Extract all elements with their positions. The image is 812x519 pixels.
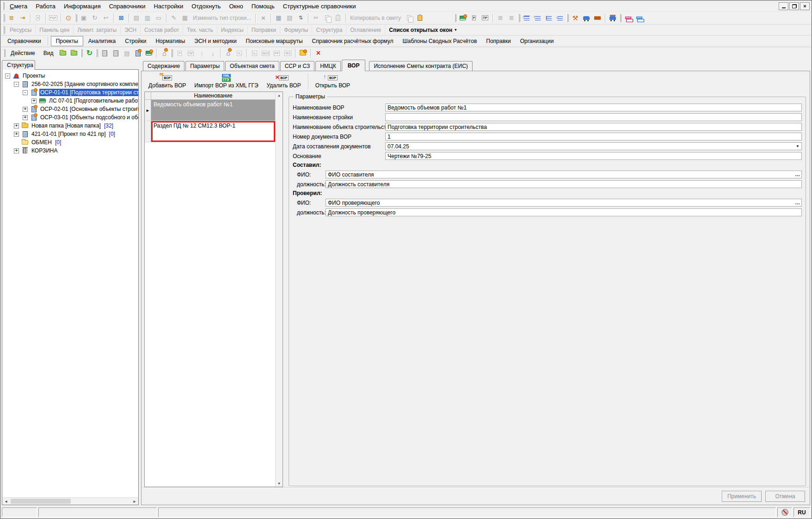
tree-horizontal-scrollbar[interactable]: ◂ ▸ (2, 497, 138, 505)
paste-to-estimate-button[interactable] (414, 12, 425, 24)
copy-button[interactable] (321, 12, 332, 24)
resources-button[interactable]: ⚒ (570, 12, 581, 24)
toolbar-grip-3[interactable] (454, 14, 455, 22)
date-input[interactable] (386, 143, 794, 150)
tab-ispolnenie-smety[interactable]: Исполнение Сметы контракта (ЕИС) (369, 61, 472, 71)
menu-strukturnye-spravochniki[interactable]: Структурные справочники (279, 2, 360, 11)
tree-item-osr-02-01[interactable]: + ОСР-02-01 [Основные объекты строитель (4, 105, 138, 113)
tab-proekty[interactable]: Проекты (51, 36, 83, 46)
tab-esn-i-metodiki[interactable]: ЭСН и методики (190, 37, 240, 46)
tree-item-proekty[interactable]: - Проекты (4, 72, 138, 80)
expander-icon[interactable]: - (14, 82, 19, 87)
construction-name-input[interactable] (386, 114, 801, 121)
book-settings-button[interactable] (457, 12, 468, 24)
calculator-button[interactable]: ▦ (273, 12, 284, 24)
date-dropdown-icon[interactable]: ▼ (794, 143, 801, 150)
panel-resursy[interactable]: Ресурсы (6, 26, 36, 34)
tab-organizacii[interactable]: Организации (516, 37, 558, 46)
sort-button[interactable]: ⇅ (295, 12, 306, 24)
objects-button[interactable] (110, 48, 121, 59)
cancel-button[interactable]: Отмена (765, 491, 805, 502)
vor-list-row-1[interactable]: ► Ведомость объемов работ №1 (145, 100, 275, 121)
tab-parametry[interactable]: Параметры (185, 61, 224, 71)
toolbar-grip-2[interactable] (75, 14, 76, 22)
panel-oglavlenie[interactable]: Оглавление (346, 26, 385, 34)
object-button[interactable] (99, 48, 110, 59)
tree-item-osr-03-01[interactable]: + ОСР-03-01 [Объекты подсобного и обслуж (4, 113, 138, 122)
pdf-export-button[interactable]: PDF (48, 12, 59, 24)
delete-button[interactable]: × (313, 48, 324, 59)
tab-soderzhanie[interactable]: Содержание (143, 61, 185, 71)
panelbar-grip[interactable] (3, 26, 4, 34)
excel-export-button[interactable]: X (32, 12, 43, 24)
checker-fio-input[interactable] (326, 199, 794, 206)
doc-p-button-2[interactable]: Р (174, 48, 185, 59)
panel-limit-zatraty[interactable]: Лимит. затраты (74, 26, 121, 34)
toolbar-grip[interactable] (3, 14, 4, 22)
checker-role-input[interactable] (326, 209, 801, 216)
actionbar-grip-4[interactable] (171, 49, 172, 57)
language-indicator[interactable]: RU (794, 507, 810, 517)
delete-row-button[interactable]: × (258, 12, 269, 24)
scroll-left-icon[interactable]: ◂ (2, 499, 10, 504)
server-settings-alt-button[interactable]: ▥ (142, 12, 153, 24)
insert-doc-button[interactable]: ▤ (284, 12, 295, 24)
delete-vor-button[interactable]: ×ВОР Удалить ВОР (263, 72, 305, 91)
tree-item-novaya-papka[interactable]: + Новая папка [Новая папка] [32] (4, 122, 138, 130)
doc-number-input[interactable] (386, 133, 801, 140)
move-down-button[interactable]: ↓ (207, 48, 218, 59)
panel-panel-cen[interactable]: Панель цен (36, 26, 74, 34)
machines-button[interactable] (581, 12, 592, 24)
expander-icon[interactable]: + (23, 107, 28, 112)
copy-doc-button[interactable] (403, 12, 414, 24)
menu-vid[interactable]: Вид (39, 49, 58, 58)
books-pink-button[interactable] (622, 12, 634, 24)
toolbar-grip-6[interactable] (619, 14, 621, 22)
list-vertical-scrollbar[interactable]: ▴ ▾ (275, 92, 283, 487)
panel-popravki[interactable]: Поправки (248, 26, 280, 34)
tab-spravochnik-formul[interactable]: Справочник расчётных формул (308, 37, 398, 46)
unlock-button[interactable]: ⊠ (116, 12, 127, 24)
tree-item-obmen[interactable]: ОБМЕН [0] (4, 138, 138, 147)
percent-doc-button[interactable]: % (234, 48, 245, 59)
folder-collapse-button[interactable] (68, 48, 80, 59)
restore-button[interactable] (789, 2, 799, 10)
scrollbar-track[interactable] (10, 498, 131, 505)
tab-analitika[interactable]: Аналитика (84, 37, 120, 46)
indent-button[interactable]: ← (554, 12, 566, 24)
menu-smeta[interactable]: Смета (6, 2, 31, 11)
structure-tree-button[interactable]: ≣ (6, 12, 17, 24)
tree-item-421-01-01[interactable]: + 421-01-01 [Проект по 421 пр] [0] (4, 130, 138, 138)
toolbar-grip-4[interactable] (518, 14, 519, 22)
houses-settings-button[interactable]: ⌂ (222, 48, 234, 59)
add-vor-button[interactable]: ВОР Добавить ВОР (144, 72, 190, 91)
expander-icon[interactable]: + (23, 115, 28, 120)
tab-spravochniki[interactable]: Справочники (3, 37, 48, 46)
actionbar-grip[interactable] (3, 49, 5, 57)
open-windows-list[interactable]: Список открытых окон ▾ (385, 26, 460, 34)
actionbar-grip-3[interactable] (96, 49, 97, 57)
actionbar-grip-2[interactable] (80, 49, 82, 57)
f3-button[interactable]: ФЗ (282, 48, 293, 59)
doc-p-button[interactable]: Р (468, 12, 480, 24)
tab-vor[interactable]: ВОР (342, 60, 366, 71)
change-row-type-button[interactable]: ✎ (168, 12, 179, 24)
composer-role-input[interactable] (326, 181, 801, 188)
panel-esn[interactable]: ЭСН (121, 26, 141, 34)
blocks-button[interactable]: ▦ (179, 12, 191, 24)
doc-button[interactable]: ▤ (121, 48, 132, 59)
tab-ssr-i-sz[interactable]: ССР и СЗ (280, 61, 315, 71)
scroll-right-icon[interactable]: ▸ (131, 499, 138, 504)
doc-pr-button[interactable]: ПР (480, 12, 491, 24)
toolbar-grip-5[interactable] (566, 14, 568, 22)
tab-struktura[interactable]: Структура (2, 60, 35, 70)
menu-nastroyki[interactable]: Настройки (149, 2, 187, 11)
composer-fio-input[interactable] (326, 171, 794, 178)
panel-teh-chast[interactable]: Тех. часть (183, 26, 217, 34)
expander-icon[interactable]: + (31, 98, 37, 104)
tab-normativy[interactable]: Нормативы (151, 37, 189, 46)
tab-stroyki[interactable]: Стройки (121, 37, 150, 46)
menu-rabota[interactable]: Работа (31, 2, 60, 11)
apply-button[interactable]: Применить (722, 491, 762, 502)
panel-struktura[interactable]: Структура (312, 26, 346, 34)
